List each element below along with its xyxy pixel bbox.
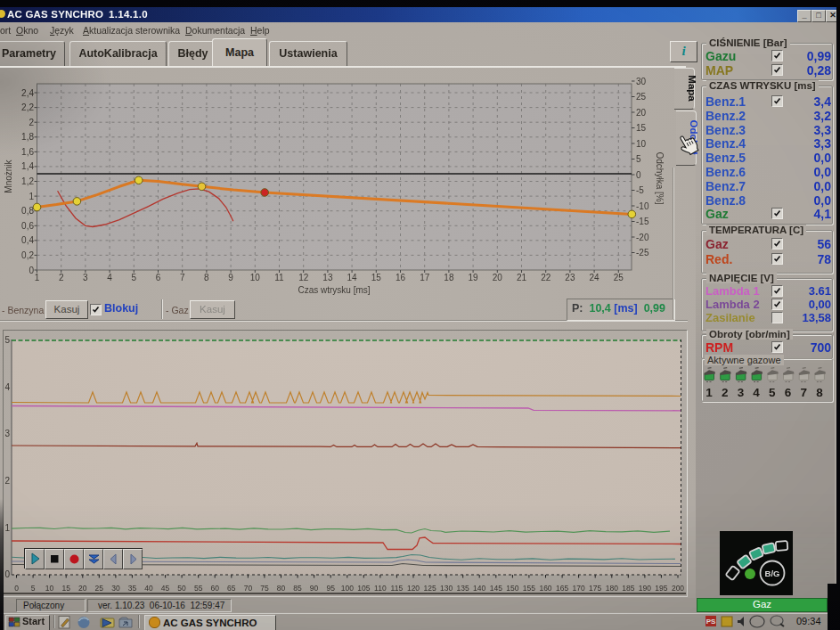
svg-text:-5: -5 xyxy=(636,185,644,195)
svg-text:15: 15 xyxy=(636,123,647,133)
svg-text:0: 0 xyxy=(636,170,641,180)
svg-text:1,4: 1,4 xyxy=(21,161,34,171)
svg-text:8: 8 xyxy=(204,273,209,282)
svg-text:1,6: 1,6 xyxy=(21,147,34,157)
svg-text:5: 5 xyxy=(769,386,776,399)
svg-text:4: 4 xyxy=(107,273,112,282)
svg-text:Czas wtrysku [ms]: Czas wtrysku [ms] xyxy=(298,285,370,295)
svg-text:B/G: B/G xyxy=(765,569,780,578)
svg-text:2,2: 2,2 xyxy=(21,102,34,112)
svg-text:0: 0 xyxy=(29,266,34,275)
svg-text:0,8: 0,8 xyxy=(21,206,34,216)
svg-text:16: 16 xyxy=(396,273,406,282)
svg-text:Mnożnik: Mnożnik xyxy=(4,159,13,192)
svg-text:7: 7 xyxy=(180,273,185,282)
svg-text:-20: -20 xyxy=(636,233,649,242)
svg-text:1,2: 1,2 xyxy=(21,176,34,186)
svg-text:10: 10 xyxy=(250,273,261,282)
svg-text:2,4: 2,4 xyxy=(21,88,34,98)
svg-text:1: 1 xyxy=(35,273,40,282)
svg-text:0,2: 0,2 xyxy=(21,250,34,260)
svg-text:0,6: 0,6 xyxy=(21,221,34,231)
svg-text:4: 4 xyxy=(753,386,760,399)
svg-text:20: 20 xyxy=(493,273,503,282)
svg-text:5: 5 xyxy=(636,154,641,164)
svg-text:1: 1 xyxy=(705,386,713,399)
svg-text:18: 18 xyxy=(444,273,454,282)
svg-text:-15: -15 xyxy=(636,217,649,226)
svg-text:6: 6 xyxy=(785,386,792,399)
svg-text:24: 24 xyxy=(590,273,600,282)
svg-text:-10: -10 xyxy=(636,201,649,211)
svg-text:0,4: 0,4 xyxy=(21,235,34,245)
svg-text:21: 21 xyxy=(517,273,527,282)
svg-text:11: 11 xyxy=(274,273,284,282)
svg-text:20: 20 xyxy=(636,108,647,118)
svg-text:25: 25 xyxy=(636,92,647,102)
svg-text:5: 5 xyxy=(132,273,137,282)
svg-text:9: 9 xyxy=(228,273,233,282)
svg-text:-25: -25 xyxy=(636,248,649,258)
svg-text:3: 3 xyxy=(83,273,88,282)
svg-text:2: 2 xyxy=(59,273,64,282)
svg-text:13: 13 xyxy=(322,273,333,282)
svg-text:17: 17 xyxy=(420,273,430,282)
svg-text:PS: PS xyxy=(706,618,716,626)
svg-text:23: 23 xyxy=(565,273,575,282)
svg-text:6: 6 xyxy=(156,273,161,282)
svg-text:30: 30 xyxy=(636,77,647,86)
svg-text:15: 15 xyxy=(371,273,382,282)
svg-text:22: 22 xyxy=(541,273,551,282)
svg-text:2: 2 xyxy=(722,386,729,399)
svg-text:8: 8 xyxy=(816,386,823,399)
svg-text:2: 2 xyxy=(29,118,34,127)
svg-text:14: 14 xyxy=(347,273,358,282)
svg-text:Odchyłka [%]: Odchyłka [%] xyxy=(655,152,665,205)
svg-text:7: 7 xyxy=(800,386,807,399)
svg-text:10: 10 xyxy=(636,139,647,149)
svg-text:3: 3 xyxy=(738,386,745,399)
svg-text:1,8: 1,8 xyxy=(21,132,34,142)
svg-text:1: 1 xyxy=(29,192,34,201)
svg-text:25: 25 xyxy=(614,273,624,282)
svg-text:19: 19 xyxy=(469,273,479,282)
svg-text:12: 12 xyxy=(298,273,309,282)
